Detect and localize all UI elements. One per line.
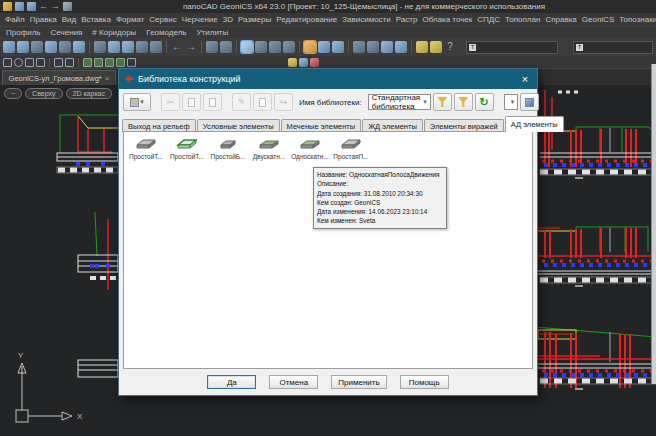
menu-spds[interactable]: СПДС	[477, 15, 500, 24]
measure-icon[interactable]	[416, 41, 428, 53]
cut-button[interactable]: ✂	[161, 93, 180, 111]
menu-sections[interactable]: Сечения	[51, 28, 83, 37]
import-library-button[interactable]	[433, 93, 452, 111]
menu-pointclouds[interactable]: Облака точек	[422, 15, 472, 24]
polyline-icon[interactable]	[430, 41, 442, 53]
menu-3d[interactable]: 3D	[223, 15, 233, 24]
menu-toposigns[interactable]: Топознаки	[619, 15, 656, 24]
save-icon[interactable]	[15, 2, 24, 11]
constructions-list[interactable]: ПростойТ... ПростойТ...	[123, 131, 533, 369]
node-tool-icon[interactable]	[36, 58, 45, 67]
help-icon[interactable]: ?	[444, 41, 456, 53]
menu-utilities[interactable]: Утилиты	[197, 28, 229, 37]
zoom-out-icon[interactable]	[283, 41, 295, 53]
menu-insert[interactable]: Вставка	[81, 15, 111, 24]
properties-icon[interactable]	[318, 41, 330, 53]
save-as-icon[interactable]	[27, 2, 36, 11]
save-icon[interactable]	[3, 41, 15, 53]
erase-icon[interactable]	[150, 41, 162, 53]
print-icon[interactable]	[17, 41, 29, 53]
zoom-window-icon[interactable]	[241, 41, 253, 53]
tab-close-icon[interactable]: ×	[105, 74, 110, 83]
circle-tool-icon[interactable]	[14, 58, 23, 67]
library-item[interactable]: Односкатн...	[290, 138, 330, 160]
copy-icon[interactable]	[108, 41, 120, 53]
menu-topoplan[interactable]: Топоплан	[505, 15, 540, 24]
library-name-combobox[interactable]: Стандартная библиотека ▾	[368, 94, 431, 110]
document-tab[interactable]: GeoniCS-ул_Громова.dwg* ×	[2, 70, 116, 85]
help-button[interactable]: Помощь	[400, 375, 449, 389]
open-icon[interactable]	[3, 2, 12, 11]
undo-icon[interactable]: ←	[39, 2, 48, 11]
library-item[interactable]: Двускатн...	[249, 138, 289, 160]
spline-tool-icon[interactable]	[65, 58, 74, 67]
format-painter-icon[interactable]	[353, 41, 365, 53]
paste-special-icon[interactable]	[136, 41, 148, 53]
library-item-selected[interactable]: ПростойТ...	[167, 138, 207, 160]
text-style-field[interactable]: T	[466, 41, 558, 54]
rename-button[interactable]: ✎	[232, 93, 251, 111]
menu-file[interactable]: Файл	[5, 15, 25, 24]
raster-image-icon[interactable]	[381, 41, 393, 53]
view-mode-button[interactable]	[520, 93, 539, 111]
options-gear-icon[interactable]	[332, 41, 344, 53]
viewport-view-pill[interactable]: Сверху	[25, 88, 62, 99]
menu-help[interactable]: Справка	[545, 15, 576, 24]
draft-mode-icon[interactable]	[304, 41, 316, 53]
layer-freeze-icon[interactable]	[105, 58, 114, 67]
plot-icon[interactable]	[45, 41, 57, 53]
pan-icon[interactable]	[206, 41, 218, 53]
menu-modify[interactable]: Редактирование	[276, 15, 337, 24]
layer-new-icon[interactable]	[83, 58, 92, 67]
cancel-button[interactable]: Отмена	[269, 375, 318, 389]
menu-geomodel[interactable]: Геомодель	[146, 28, 186, 37]
redo-arrow-icon[interactable]: →	[185, 41, 197, 53]
library-item[interactable]: ПростойБ...	[208, 138, 248, 160]
ok-button[interactable]: Да	[207, 375, 256, 389]
menu-geonics[interactable]: GeoniCS	[582, 15, 614, 24]
geoposition-globe-icon[interactable]	[395, 41, 407, 53]
zoom-previous-icon[interactable]	[269, 41, 281, 53]
menu-dimensions[interactable]: Размеры	[238, 15, 271, 24]
tab-ad-elementy[interactable]: АД элементы	[505, 116, 564, 132]
dim-style-field[interactable]: T	[573, 41, 653, 54]
menu-profile[interactable]: Профиль	[6, 28, 41, 37]
menu-edit[interactable]: Правка	[30, 15, 57, 24]
viewport-menu-pill[interactable]: −	[4, 88, 22, 99]
right-panel-edge[interactable]	[651, 64, 656, 384]
paste-button[interactable]	[203, 93, 222, 111]
library-item[interactable]: ПростаяП...	[331, 138, 371, 160]
menu-corridors[interactable]: # Коридоры	[92, 28, 136, 37]
library-menu-button[interactable]: ▾	[123, 93, 151, 111]
menu-constraints[interactable]: Зависимости	[342, 15, 391, 24]
menu-view[interactable]: Вид	[62, 15, 76, 24]
layer-states-icon[interactable]	[127, 58, 136, 67]
paste-icon[interactable]	[122, 41, 134, 53]
redo-icon[interactable]: →	[51, 2, 60, 11]
export-library-button[interactable]	[454, 93, 473, 111]
dialog-titlebar[interactable]: Библиотека конструкций ×	[119, 69, 537, 89]
menu-draw[interactable]: Черчение	[182, 15, 218, 24]
layer-on-icon[interactable]	[94, 58, 103, 67]
apply-button[interactable]: Применить	[331, 375, 386, 389]
preview-icon[interactable]	[31, 41, 43, 53]
cut-icon[interactable]	[94, 41, 106, 53]
menu-raster[interactable]: Растр	[396, 15, 418, 24]
rectangle-tool-icon[interactable]	[25, 58, 34, 67]
dialog-close-icon[interactable]: ×	[519, 73, 531, 85]
copy-button[interactable]	[182, 93, 201, 111]
calculator-icon[interactable]	[367, 41, 379, 53]
insert-element-button[interactable]: ↪	[274, 93, 293, 111]
copy-block-icon[interactable]	[73, 41, 85, 53]
arc-tool-icon[interactable]	[54, 58, 63, 67]
edit-block-icon[interactable]	[59, 41, 71, 53]
print-icon[interactable]	[63, 2, 72, 11]
xref-icon[interactable]	[310, 58, 319, 67]
menu-format[interactable]: Формат	[116, 15, 144, 24]
refresh-button[interactable]: ↻	[475, 93, 494, 111]
scale-combobox[interactable]: ▾	[504, 94, 519, 110]
line-tool-icon[interactable]	[3, 58, 12, 67]
undo-arrow-icon[interactable]: ←	[171, 41, 183, 53]
layer-lock-icon[interactable]	[116, 58, 125, 67]
folder-icon[interactable]	[288, 58, 297, 67]
